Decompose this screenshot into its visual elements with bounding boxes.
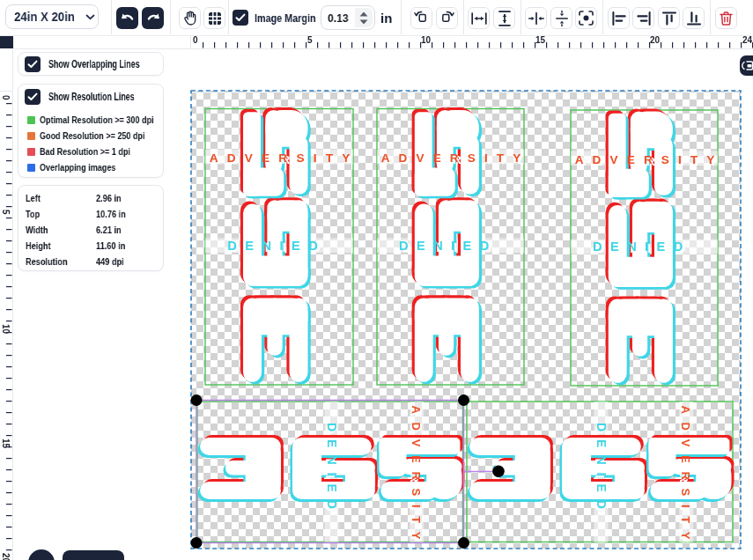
svg-text:20: 20: [650, 35, 661, 45]
svg-text:0: 0: [1, 95, 11, 100]
svg-text:15: 15: [535, 35, 546, 45]
svg-text:10: 10: [1, 324, 11, 335]
svg-text:24: 24: [742, 35, 753, 45]
svg-text:15: 15: [1, 438, 11, 449]
svg-text:0: 0: [193, 35, 198, 45]
svg-text:5: 5: [1, 210, 11, 215]
svg-text:10: 10: [421, 35, 432, 45]
svg-text:20: 20: [1, 553, 11, 560]
svg-text:5: 5: [307, 35, 313, 45]
